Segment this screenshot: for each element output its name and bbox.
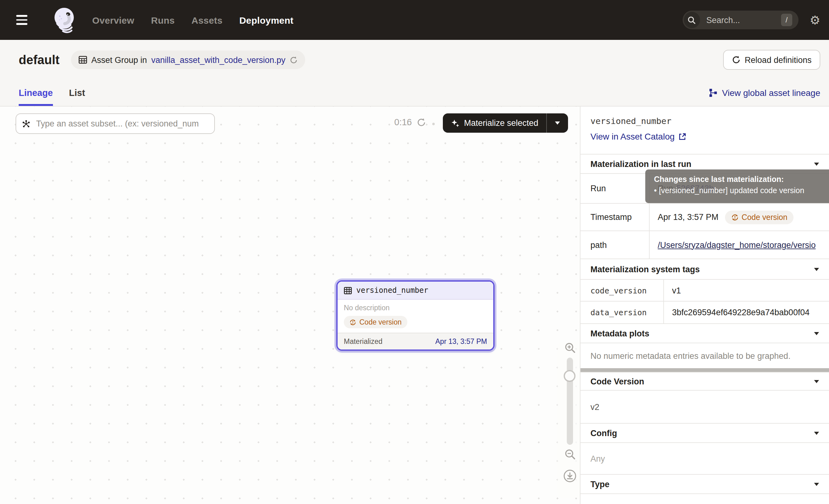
- code-version-tag-row: code_version v1: [580, 279, 829, 301]
- zoom-slider-handle[interactable]: [564, 370, 576, 382]
- refresh-icon[interactable]: [417, 117, 426, 127]
- nav-overview[interactable]: Overview: [92, 15, 134, 25]
- asset-table-icon: [344, 286, 352, 294]
- materialize-selected-button[interactable]: Materialize selected: [443, 113, 568, 133]
- nav-assets[interactable]: Assets: [191, 15, 223, 25]
- timestamp-label: Timestamp: [580, 204, 650, 230]
- section-label: Materialization in last run: [590, 159, 691, 169]
- zoom-slider[interactable]: [567, 358, 573, 445]
- main-nav: Overview Runs Assets Deployment: [92, 15, 293, 25]
- section-label: Code Version: [590, 376, 644, 386]
- asset-subset-filter[interactable]: [15, 113, 215, 134]
- zoom-in-button[interactable]: [564, 342, 576, 354]
- chevron-down-icon: [814, 482, 819, 485]
- top-nav-bar: Overview Runs Assets Deployment / ⚙: [0, 0, 829, 40]
- path-value-link[interactable]: /Users/sryza/dagster_home/storage/versio: [658, 240, 816, 250]
- config-value: Any: [580, 442, 829, 474]
- tooltip-item: • [versioned_number] updated code versio…: [654, 185, 829, 197]
- nav-deployment[interactable]: Deployment: [239, 15, 293, 25]
- search-shortcut-key: /: [781, 14, 792, 26]
- tab-lineage[interactable]: Lineage: [19, 80, 53, 106]
- sync-alert-icon: [350, 319, 356, 325]
- path-row: path /Users/sryza/dagster_home/storage/v…: [580, 230, 829, 258]
- page-header: default Asset Group in vanilla_asset_wit…: [0, 40, 829, 80]
- data-version-tag-row: data_version 3bfc269594ef649228e9a74bab0…: [580, 301, 829, 323]
- metadata-empty-message: No numeric metadata entries available to…: [580, 343, 829, 368]
- code-version-definition-value: v2: [580, 390, 829, 423]
- timer-value: 0:16: [394, 117, 412, 127]
- nav-runs[interactable]: Runs: [151, 15, 175, 25]
- node-description: No description: [344, 304, 487, 312]
- panel-horizontal-scrollbar[interactable]: [580, 368, 829, 372]
- chevron-down-icon: [814, 431, 819, 435]
- reload-definitions-button[interactable]: Reload definitions: [723, 50, 820, 70]
- timestamp-value: Apr 13, 3:57 PM: [658, 212, 718, 222]
- materialize-options-button[interactable]: [547, 113, 568, 133]
- path-label: path: [580, 231, 650, 258]
- node-code-version-badge[interactable]: Code version: [344, 316, 407, 328]
- code-version-tag-value: v1: [664, 280, 829, 301]
- node-status: Materialized: [344, 338, 383, 345]
- panel-asset-title: versioned_number: [590, 116, 819, 126]
- reload-small-icon[interactable]: [290, 56, 298, 64]
- asset-group-prefix: Asset Group in: [91, 55, 147, 65]
- asset-subset-input[interactable]: [35, 118, 206, 129]
- reload-icon: [731, 56, 740, 64]
- timestamp-row: Timestamp Apr 13, 3:57 PM Code version: [580, 203, 829, 230]
- search-icon: [684, 12, 700, 28]
- external-link-icon: [678, 132, 686, 141]
- refresh-timer: 0:16: [394, 117, 426, 127]
- section-label: Type: [590, 479, 609, 489]
- section-label: Config: [590, 428, 617, 438]
- asset-node-versioned-number[interactable]: versioned_number No description C: [336, 280, 495, 351]
- tooltip-title: Changes since last materialization:: [654, 174, 829, 185]
- download-image-button[interactable]: [563, 469, 577, 483]
- timestamp-badge-label: Code version: [742, 213, 787, 221]
- catalog-link-label: View in Asset Catalog: [590, 132, 675, 141]
- sync-alert-icon: [731, 213, 738, 221]
- asset-group-pill: Asset Group in vanilla_asset_with_code_v…: [71, 50, 305, 69]
- search-input[interactable]: [705, 15, 776, 25]
- code-version-tag-label: code_version: [580, 280, 664, 301]
- asset-graph-icon: [22, 119, 31, 128]
- section-type[interactable]: Type: [580, 474, 829, 494]
- lineage-canvas[interactable]: 0:16 Materialize selected: [0, 107, 580, 504]
- zoom-out-button[interactable]: [564, 448, 576, 460]
- lineage-graph-icon: [709, 88, 718, 97]
- section-materialization-system-tags[interactable]: Materialization system tags: [580, 258, 829, 279]
- run-label: Run: [580, 174, 650, 203]
- view-tabs: Lineage List View global asset lineage: [0, 80, 829, 107]
- asset-group-icon: [78, 56, 87, 64]
- timestamp-code-version-badge[interactable]: Code version: [725, 210, 793, 224]
- section-label: Materialization system tags: [590, 264, 700, 274]
- sparkle-icon: [451, 119, 460, 128]
- chevron-down-icon: [814, 162, 819, 166]
- node-title: versioned_number: [356, 286, 428, 295]
- data-version-tag-value: 3bfc269594ef649228e9a74bab00f04: [664, 301, 829, 323]
- section-config[interactable]: Config: [580, 423, 829, 442]
- node-materialized-time-link[interactable]: Apr 13, 3:57 PM: [435, 338, 487, 345]
- materialize-label: Materialize selected: [464, 118, 538, 128]
- chevron-down-icon: [814, 267, 819, 271]
- reload-definitions-label: Reload definitions: [745, 55, 812, 65]
- page-title: default: [19, 52, 60, 67]
- global-lineage-label: View global asset lineage: [722, 88, 821, 98]
- section-metadata-plots[interactable]: Metadata plots: [580, 323, 829, 343]
- asset-details-panel: versioned_number View in Asset Catalog M…: [580, 107, 829, 504]
- view-global-asset-lineage-link[interactable]: View global asset lineage: [709, 88, 821, 98]
- asset-group-file-link[interactable]: vanilla_asset_with_code_version.py: [151, 55, 286, 65]
- section-label: Metadata plots: [590, 329, 649, 338]
- view-in-asset-catalog-link[interactable]: View in Asset Catalog: [590, 132, 819, 141]
- settings-gear-icon[interactable]: ⚙: [810, 14, 820, 26]
- main-content: 0:16 Materialize selected: [0, 107, 829, 504]
- toolbar-separator-dot: [432, 123, 435, 125]
- node-badge-label: Code version: [359, 318, 402, 326]
- dagster-logo-icon[interactable]: [52, 6, 77, 34]
- hamburger-menu-icon[interactable]: [0, 0, 44, 40]
- changes-tooltip: Changes since last materialization: • [v…: [645, 170, 829, 203]
- chevron-down-icon: [555, 121, 560, 124]
- tab-list[interactable]: List: [69, 80, 85, 106]
- zoom-controls: [557, 342, 580, 498]
- section-code-version[interactable]: Code Version: [580, 372, 829, 390]
- global-search[interactable]: /: [683, 10, 798, 29]
